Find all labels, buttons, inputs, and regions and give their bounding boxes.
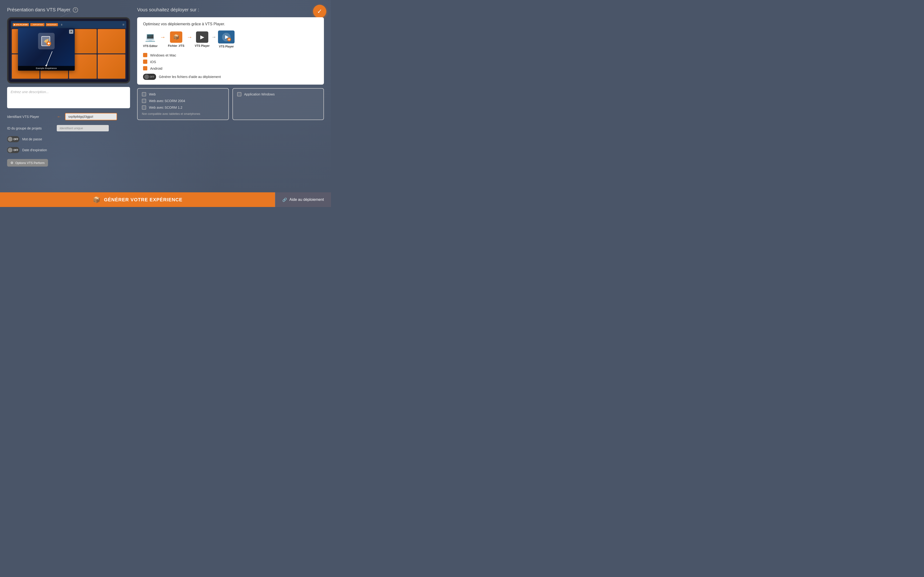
workflow-arrow-2: →: [187, 34, 192, 40]
expiration-toggle-knob: [8, 148, 13, 152]
password-toggle[interactable]: OFF: [7, 136, 19, 142]
expiration-toggle-row: OFF Date d'expiration: [7, 147, 130, 153]
bottom-bar: 📦 GÉNÉRER VOTRE EXPÉRIENCE 🔗 Aide au dép…: [0, 192, 331, 207]
app-windows-checkbox[interactable]: [237, 92, 241, 97]
workflow-label-player-dark: VTS Player: [195, 44, 210, 47]
left-panel: Présentation dans VTS Player ? ▶VTS PLAY…: [7, 7, 130, 188]
workflow-item-player-dark: ▶ VTS Player: [195, 31, 210, 47]
deployment-help-toggle-desc: Générer les fichiers d'aide au déploieme…: [159, 75, 221, 79]
expiration-toggle-desc: Date d'expiration: [22, 148, 47, 152]
web-label: Web: [149, 92, 156, 96]
deployment-help-toggle-row: OFF Générer les fichiers d'aide au déplo…: [143, 74, 318, 80]
generate-label: GÉNÉRER VOTRE EXPÉRIENCE: [104, 197, 183, 203]
scorm-12-label: Web avec SCORM 1.2: [149, 106, 182, 110]
vts-player-id-label: Identifiant VTS Player: [7, 115, 54, 119]
windows-mac-checkbox[interactable]: [143, 53, 147, 57]
gear-icon: ⚙: [10, 161, 13, 165]
ios-label: iOS: [150, 60, 156, 64]
android-checkbox[interactable]: [143, 66, 147, 71]
workflow-arrow-1: →: [160, 34, 165, 40]
platform-android: Android: [143, 66, 318, 71]
presentation-title-text: Présentation dans VTS Player: [7, 7, 71, 13]
scorm-12-option-item: Web avec SCORM 1.2: [142, 105, 224, 110]
platform-list: Windows et Mac iOS Android: [143, 53, 318, 71]
story-logo-icon: [38, 33, 55, 49]
workflow-label-fichier: Fichier .VTS: [168, 44, 184, 47]
tablet-thumb-4: [98, 29, 125, 53]
workflow-label-player-active: VTS Player: [219, 45, 234, 48]
deployment-help-toggle-knob: [144, 74, 149, 79]
vts-player-id-value[interactable]: sxp9p8dgq33gjpzl: [65, 113, 117, 120]
app-windows-box: Application Windows: [233, 88, 324, 120]
deploy-title: Vous souhaitez déployer sur :: [137, 7, 324, 13]
password-toggle-knob: [8, 137, 13, 142]
web-options-box: Web Web avec SCORM 2004 Web avec SCORM 1…: [137, 88, 229, 120]
modal-logo-area: [18, 28, 75, 54]
aide-button[interactable]: 🔗 Aide au déploiement: [275, 192, 331, 207]
deployment-help-toggle-label: OFF: [150, 76, 154, 78]
help-icon[interactable]: ?: [73, 7, 78, 13]
svg-marker-19: [45, 64, 47, 67]
deploy-options-grid: Web Web avec SCORM 2004 Web avec SCORM 1…: [137, 88, 324, 120]
left-panel-title: Présentation dans VTS Player ?: [7, 7, 130, 13]
workflow-item-fichier: 📦 Fichier .VTS: [168, 31, 184, 47]
tablet-toolbar: ▶VTS PLAYER ↓ IMPORTER MODIFIER 🗑 ≡: [11, 21, 126, 28]
workflow-arrow-3: →: [212, 34, 216, 40]
delete-btn[interactable]: 🗑: [59, 23, 64, 26]
password-toggle-label: OFF: [13, 138, 18, 140]
workflow-label-editor: VTS Editor: [143, 44, 157, 48]
vts-logo-small: ▶VTS PLAYER: [13, 23, 29, 26]
scorm-2004-checkbox[interactable]: [142, 99, 146, 103]
right-panel: Vous souhaitez déployer sur : Optimisez …: [137, 7, 324, 188]
modal-close-btn[interactable]: ✕: [69, 29, 73, 34]
vts-player-card: Optimisez vos déploiements grâce à VTS P…: [137, 17, 324, 85]
scorm-12-checkbox[interactable]: [142, 105, 146, 110]
workflow-diagram: 💻 VTS Editor → 📦 Fichier .VTS → ▶ VTS Pl…: [143, 31, 318, 48]
windows-mac-label: Windows et Mac: [150, 53, 176, 57]
web-option-item: Web: [142, 92, 224, 97]
tablet-preview: ▶VTS PLAYER ↓ IMPORTER MODIFIER 🗑 ≡: [7, 17, 130, 84]
expiration-toggle[interactable]: OFF: [7, 147, 19, 153]
card-title: Optimisez vos déploiements grâce à VTS P…: [143, 22, 318, 26]
web-note: Non compatible avec tablettes et smartph…: [142, 112, 224, 116]
scorm-2004-option-item: Web avec SCORM 2004: [142, 99, 224, 103]
group-id-label: ID du groupe de projets: [7, 126, 54, 130]
group-id-value[interactable]: Identifiant unique: [57, 125, 109, 131]
generate-button[interactable]: 📦 GÉNÉRER VOTRE EXPÉRIENCE: [0, 192, 275, 207]
player-dark-icon: ▶: [196, 31, 208, 43]
scorm-2004-label: Web avec SCORM 2004: [149, 99, 185, 103]
password-toggle-row: OFF Mot de passe: [7, 136, 130, 142]
web-checkbox[interactable]: [142, 92, 146, 97]
fichier-vts-icon: 📦: [170, 31, 182, 43]
arrow-indicator-icon: ←: [57, 114, 61, 119]
options-button-label: Options VTS Perform: [15, 161, 45, 165]
svg-line-18: [46, 51, 52, 66]
group-id-row: ID du groupe de projets Identifiant uniq…: [7, 125, 130, 131]
app-windows-option-item: Application Windows: [237, 92, 320, 97]
laptop-icon: 💻: [143, 31, 157, 43]
app-windows-label: Application Windows: [244, 92, 275, 96]
options-vts-perform-button[interactable]: ⚙ Options VTS Perform: [7, 159, 48, 167]
description-placeholder: Entrez une description...: [11, 90, 49, 94]
player-active-icon: [218, 31, 234, 44]
ios-checkbox[interactable]: [143, 60, 147, 64]
deployment-help-toggle[interactable]: OFF: [143, 74, 156, 80]
modifier-btn[interactable]: MODIFIER: [46, 23, 58, 26]
workflow-item-player-active: VTS Player: [218, 31, 234, 48]
description-area[interactable]: Entrez une description...: [7, 87, 130, 108]
android-label: Android: [150, 66, 162, 71]
generate-icon: 📦: [93, 196, 100, 203]
tablet-thumb-8: [98, 54, 125, 79]
expiration-toggle-label: OFF: [13, 149, 18, 152]
platform-windows-mac: Windows et Mac: [143, 53, 318, 57]
aide-label: Aide au déploiement: [289, 198, 324, 202]
link-icon: 🔗: [282, 198, 287, 202]
workflow-item-editor: 💻 VTS Editor: [143, 31, 157, 48]
importer-btn[interactable]: ↓ IMPORTER: [30, 23, 44, 26]
platform-ios: iOS: [143, 60, 318, 64]
hamburger-icon[interactable]: ≡: [123, 23, 124, 26]
vts-player-id-row: Identifiant VTS Player ← sxp9p8dgq33gjpz…: [7, 113, 130, 120]
password-toggle-desc: Mot de passe: [22, 137, 42, 141]
